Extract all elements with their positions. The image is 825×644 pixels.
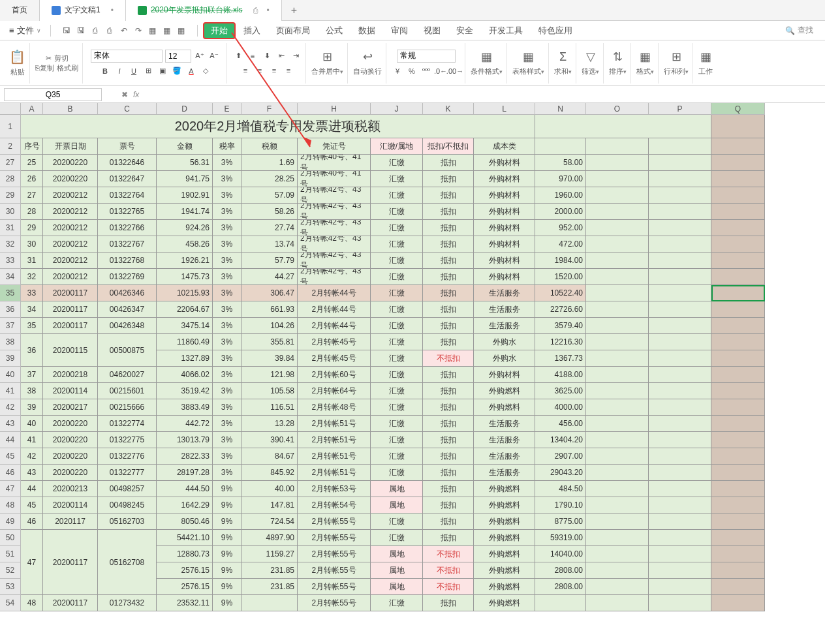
- data-cell[interactable]: 2月转帐42号、43号: [298, 253, 371, 269]
- empty-cell[interactable]: [711, 301, 765, 318]
- data-cell[interactable]: 1327.89: [157, 350, 213, 367]
- data-cell[interactable]: 01322646: [98, 155, 157, 171]
- empty-cell[interactable]: [711, 579, 765, 595]
- empty-cell[interactable]: [586, 138, 649, 155]
- indent-left-icon[interactable]: ⇤: [275, 50, 287, 62]
- data-cell[interactable]: 13013.79: [157, 432, 213, 448]
- data-cell[interactable]: 2月转帐55号: [298, 514, 371, 530]
- data-cell[interactable]: 924.26: [157, 220, 213, 236]
- data-cell[interactable]: 抵扣: [423, 220, 474, 236]
- data-cell[interactable]: 00215666: [98, 399, 157, 416]
- ribbon-tab-start[interactable]: 开始: [203, 22, 236, 39]
- data-cell[interactable]: 外购材料: [474, 187, 535, 204]
- col-header-A[interactable]: A: [21, 103, 43, 115]
- data-cell[interactable]: 2月转帐55号: [298, 546, 371, 562]
- data-cell[interactable]: 20200212: [43, 187, 98, 204]
- data-cell[interactable]: 汇缴: [371, 432, 423, 448]
- data-cell[interactable]: 汇缴: [371, 269, 423, 285]
- data-cell[interactable]: 汇缴: [371, 318, 423, 334]
- data-cell[interactable]: 抵扣: [423, 269, 474, 285]
- data-cell[interactable]: 3%: [213, 350, 241, 367]
- ribbon-tab-special[interactable]: 特色应用: [531, 22, 580, 39]
- data-cell[interactable]: 属地: [371, 562, 423, 579]
- data-cell[interactable]: 汇缴: [371, 220, 423, 236]
- data-cell[interactable]: 3%: [213, 448, 241, 465]
- data-cell[interactable]: 458.26: [157, 236, 213, 253]
- data-cell[interactable]: [535, 595, 586, 611]
- cut-button[interactable]: ✂剪切: [46, 54, 69, 63]
- data-cell[interactable]: 00426347: [98, 301, 157, 318]
- file-menu[interactable]: ≡ 文件 ∨: [5, 23, 45, 38]
- header-cell[interactable]: 成本类: [474, 138, 535, 155]
- data-cell[interactable]: 外购燃料: [474, 562, 535, 579]
- empty-cell[interactable]: [649, 236, 711, 253]
- font-size-select[interactable]: [165, 50, 191, 63]
- empty-cell[interactable]: [649, 530, 711, 546]
- data-cell[interactable]: 汇缴: [371, 301, 423, 318]
- header-cell[interactable]: 序号: [21, 138, 43, 155]
- data-cell[interactable]: 外购燃料: [474, 497, 535, 514]
- data-cell[interactable]: 3%: [213, 465, 241, 481]
- data-cell[interactable]: 抵扣: [423, 383, 474, 399]
- data-cell[interactable]: 20200218: [43, 367, 98, 383]
- data-cell[interactable]: 抵扣: [423, 481, 474, 497]
- search-box[interactable]: 🔍 查找: [779, 25, 820, 36]
- data-cell[interactable]: 9%: [213, 579, 241, 595]
- print-icon[interactable]: ⎙: [90, 25, 101, 36]
- data-cell[interactable]: 13.28: [241, 416, 298, 432]
- data-cell[interactable]: 3%: [213, 399, 241, 416]
- format-painter-button[interactable]: 格式刷: [57, 63, 78, 73]
- data-cell[interactable]: 2月转帐42号、43号: [298, 204, 371, 220]
- empty-cell[interactable]: [711, 187, 765, 204]
- data-cell[interactable]: 汇缴: [371, 334, 423, 350]
- data-cell[interactable]: 汇缴: [371, 465, 423, 481]
- undo-icon[interactable]: ↶: [119, 25, 129, 36]
- empty-cell[interactable]: [586, 432, 649, 448]
- data-cell[interactable]: 23532.11: [157, 595, 213, 611]
- decimal-dec-icon[interactable]: .00→: [449, 65, 461, 77]
- row-header-53[interactable]: 53: [0, 579, 21, 595]
- percent-icon[interactable]: %: [406, 65, 418, 77]
- empty-cell[interactable]: [711, 514, 765, 530]
- data-cell[interactable]: 48: [21, 595, 43, 611]
- data-cell[interactable]: 汇缴: [371, 204, 423, 220]
- row-header-42[interactable]: 42: [0, 399, 21, 416]
- data-cell[interactable]: 抵扣: [423, 253, 474, 269]
- data-cell[interactable]: 3625.00: [535, 383, 586, 399]
- empty-cell[interactable]: [711, 562, 765, 579]
- data-cell[interactable]: 27: [21, 187, 43, 204]
- data-cell[interactable]: 不抵扣: [423, 579, 474, 595]
- data-cell[interactable]: 1941.74: [157, 204, 213, 220]
- data-cell[interactable]: 2月转帐42号、43号: [298, 220, 371, 236]
- data-cell[interactable]: 2月转帐42号、43号: [298, 269, 371, 285]
- data-cell[interactable]: 2月转帐51号: [298, 416, 371, 432]
- empty-cell[interactable]: [711, 253, 765, 269]
- data-cell[interactable]: 抵扣: [423, 432, 474, 448]
- data-cell[interactable]: 汇缴: [371, 367, 423, 383]
- empty-cell[interactable]: [586, 367, 649, 383]
- data-cell[interactable]: 2月转帐45号: [298, 334, 371, 350]
- ribbon-tab-insert[interactable]: 插入: [236, 22, 268, 39]
- data-cell[interactable]: [241, 595, 298, 611]
- header-cell[interactable]: 税率: [213, 138, 241, 155]
- empty-cell[interactable]: [649, 285, 711, 301]
- header-cell[interactable]: 凭证号: [298, 138, 371, 155]
- conditional-format-button[interactable]: ▦ 条件格式▾: [471, 50, 503, 76]
- data-cell[interactable]: 472.00: [535, 236, 586, 253]
- data-cell[interactable]: 2月转帐51号: [298, 465, 371, 481]
- data-cell[interactable]: 外购材料: [474, 269, 535, 285]
- data-cell[interactable]: 2907.00: [535, 448, 586, 465]
- data-cell[interactable]: 355.81: [241, 334, 298, 350]
- row-header-1[interactable]: 1: [0, 115, 21, 138]
- data-cell[interactable]: 汇缴: [371, 383, 423, 399]
- data-cell[interactable]: 2808.00: [535, 562, 586, 579]
- empty-cell[interactable]: [711, 334, 765, 350]
- data-cell[interactable]: 外购材料: [474, 220, 535, 236]
- ribbon-tab-page-layout[interactable]: 页面布局: [268, 22, 318, 39]
- empty-cell[interactable]: [586, 448, 649, 465]
- data-cell[interactable]: 147.81: [241, 497, 298, 514]
- data-cell[interactable]: 1367.73: [535, 350, 586, 367]
- data-cell[interactable]: 不抵扣: [423, 546, 474, 562]
- data-cell[interactable]: 22064.67: [157, 301, 213, 318]
- data-cell[interactable]: 724.54: [241, 514, 298, 530]
